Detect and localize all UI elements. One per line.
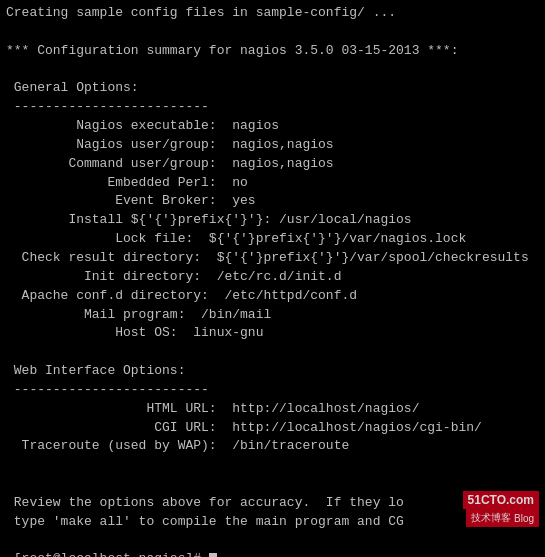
line-1: Creating sample config files in sample-c…	[6, 4, 539, 23]
line-traceroute: Traceroute (used by WAP): /bin/tracerout…	[6, 437, 539, 456]
line-mail: Mail program: /bin/mail	[6, 306, 539, 325]
line-blank2	[6, 456, 539, 475]
line-hostos: Host OS: linux-gnu	[6, 324, 539, 343]
line-review2: type 'make all' to compile the main prog…	[6, 513, 539, 532]
line-init-dir: Init directory: /etc/rc.d/init.d	[6, 268, 539, 287]
line-blank1	[6, 343, 539, 362]
line-install-prefix: Install ${'{'}prefix{'}'}: /usr/local/na…	[6, 211, 539, 230]
line-nagios-exe: Nagios executable: nagios	[6, 117, 539, 136]
line-web-header: Web Interface Options:	[6, 362, 539, 381]
line-embedded-perl: Embedded Perl: no	[6, 174, 539, 193]
line-prompt[interactable]: [root@localhost nagios]#	[6, 550, 539, 557]
cursor	[209, 553, 217, 557]
line-3: *** Configuration summary for nagios 3.5…	[6, 42, 539, 61]
line-web-sep: -------------------------	[6, 381, 539, 400]
line-cmd-user: Command user/group: nagios,nagios	[6, 155, 539, 174]
line-apache-conf: Apache conf.d directory: /etc/httpd/conf…	[6, 287, 539, 306]
watermark-site: 51CTO.com	[463, 491, 539, 509]
terminal-output: Creating sample config files in sample-c…	[6, 4, 539, 557]
line-event-broker: Event Broker: yes	[6, 192, 539, 211]
line-lock-file: Lock file: ${'{'}prefix{'}'}/var/nagios.…	[6, 230, 539, 249]
watermark-blog: Blog	[514, 513, 534, 524]
line-review1: Review the options above for accuracy. I…	[6, 494, 539, 513]
line-4	[6, 61, 539, 80]
line-html-url: HTML URL: http://localhost/nagios/	[6, 400, 539, 419]
line-cgi-url: CGI URL: http://localhost/nagios/cgi-bin…	[6, 419, 539, 438]
line-blank4	[6, 532, 539, 551]
watermark: 51CTO.com 技术博客 Blog	[463, 491, 539, 527]
line-nagios-user: Nagios user/group: nagios,nagios	[6, 136, 539, 155]
watermark-label: 技术博客 Blog	[466, 509, 539, 527]
line-check-result: Check result directory: ${'{'}prefix{'}'…	[6, 249, 539, 268]
line-blank3	[6, 475, 539, 494]
line-5: General Options:	[6, 79, 539, 98]
line-6: -------------------------	[6, 98, 539, 117]
terminal-window: Creating sample config files in sample-c…	[0, 0, 545, 557]
line-2	[6, 23, 539, 42]
watermark-tech: 技术博客	[471, 511, 511, 525]
